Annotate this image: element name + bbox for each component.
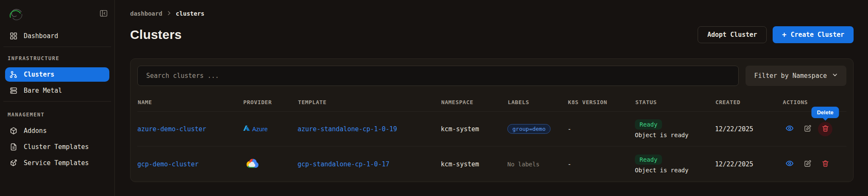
bare-metal-icon bbox=[9, 86, 18, 95]
status-badge: Ready bbox=[635, 155, 662, 165]
namespace-value: kcm-system bbox=[441, 125, 507, 133]
plus-icon: + bbox=[782, 30, 786, 39]
cluster-name-link[interactable]: azure-demo-cluster bbox=[137, 125, 206, 133]
k8s-version-value: - bbox=[568, 160, 635, 168]
column-header-actions: ACTIONS bbox=[782, 99, 846, 105]
column-header-name: NAME bbox=[137, 99, 243, 105]
eye-icon bbox=[785, 124, 794, 134]
labels-empty-text: No labels bbox=[507, 161, 568, 168]
breadcrumb-item-dashboard[interactable]: dashboard bbox=[130, 10, 162, 17]
column-header-provider: PROVIDER bbox=[243, 99, 298, 105]
chevron-down-icon bbox=[832, 72, 838, 80]
create-cluster-button[interactable]: + Create Cluster bbox=[773, 26, 854, 43]
cluster-templates-icon bbox=[9, 143, 18, 151]
dashboard-icon bbox=[9, 32, 18, 40]
column-header-created: CREATED bbox=[715, 99, 782, 105]
sidebar-item-bare-metal[interactable]: Bare Metal bbox=[5, 83, 109, 98]
edit-button[interactable] bbox=[800, 157, 815, 171]
sidebar-section-management: MANAGEMENT bbox=[8, 112, 107, 118]
sidebar-divider bbox=[3, 101, 111, 102]
cluster-name-link[interactable]: gcp-demo-cluster bbox=[137, 160, 199, 168]
addons-icon bbox=[9, 127, 18, 135]
delete-button[interactable] bbox=[818, 157, 832, 171]
table-row: gcp-demo-cluster bbox=[137, 146, 846, 182]
sidebar-nav: Dashboard INFRASTRUCTURE Clusters bbox=[5, 29, 109, 170]
sidebar-item-label: Service Templates bbox=[24, 159, 89, 167]
breadcrumb: dashboard clusters bbox=[130, 10, 854, 17]
azure-icon bbox=[243, 125, 250, 133]
edit-button[interactable] bbox=[800, 122, 815, 136]
column-header-namespace: NAMESPACE bbox=[441, 99, 507, 105]
sidebar-item-cluster-templates[interactable]: Cluster Templates bbox=[5, 140, 109, 154]
sidebar-item-label: Addons bbox=[24, 127, 47, 135]
view-button[interactable] bbox=[782, 157, 797, 171]
sidebar-collapse-button[interactable] bbox=[99, 8, 108, 19]
create-cluster-label: Create Cluster bbox=[791, 31, 844, 39]
sidebar-item-label: Cluster Templates bbox=[24, 143, 89, 151]
status-detail: Object is ready bbox=[635, 132, 711, 138]
k8s-version-value: - bbox=[568, 125, 635, 133]
gcp-icon bbox=[243, 156, 260, 172]
sidebar-item-label: Clusters bbox=[24, 71, 54, 78]
table-header-row: NAME PROVIDER TEMPLATE NAMESPACE LABELS … bbox=[137, 93, 846, 111]
sidebar-item-dashboard[interactable]: Dashboard bbox=[5, 29, 109, 43]
delete-tooltip: Delete bbox=[811, 107, 839, 118]
adopt-cluster-button[interactable]: Adopt Cluster bbox=[698, 26, 767, 43]
label-badge: group=demo bbox=[507, 124, 551, 134]
panel-collapse-icon bbox=[100, 12, 108, 19]
chevron-right-icon bbox=[167, 10, 172, 17]
clusters-icon bbox=[9, 70, 18, 79]
created-date: 12/22/2025 bbox=[715, 160, 782, 168]
sidebar-item-label: Bare Metal bbox=[24, 87, 62, 94]
namespace-value: kcm-system bbox=[441, 160, 507, 168]
view-button[interactable] bbox=[782, 122, 797, 136]
template-link[interactable]: gcp-standalone-cp-1-0-17 bbox=[298, 160, 389, 168]
sidebar-item-clusters[interactable]: Clusters bbox=[5, 67, 109, 82]
search-input[interactable] bbox=[137, 66, 739, 86]
sidebar-item-label: Dashboard bbox=[24, 32, 58, 40]
edit-icon bbox=[804, 160, 812, 169]
breadcrumb-item-clusters[interactable]: clusters bbox=[176, 10, 204, 17]
created-date: 12/22/2025 bbox=[715, 125, 782, 133]
trash-icon bbox=[821, 160, 829, 169]
namespace-filter-label: Filter by Namespace bbox=[754, 72, 827, 80]
column-header-k8s-version: K8S VERSION bbox=[568, 99, 635, 105]
sidebar-divider bbox=[3, 47, 111, 47]
k0rdent-swirl-logo bbox=[6, 6, 26, 26]
row-actions: Delete bbox=[782, 122, 846, 136]
sidebar: Dashboard INFRASTRUCTURE Clusters bbox=[0, 0, 115, 196]
sidebar-section-infrastructure: INFRASTRUCTURE bbox=[8, 55, 107, 61]
clusters-card: Filter by Namespace NAME PROVIDER TEMPLA… bbox=[130, 58, 854, 182]
main-content: dashboard clusters Clusters Adopt Cluste… bbox=[115, 0, 868, 196]
service-templates-icon bbox=[9, 159, 18, 167]
status-badge: Ready bbox=[635, 119, 662, 130]
status-detail: Object is ready bbox=[635, 167, 711, 174]
sidebar-item-addons[interactable]: Addons bbox=[5, 124, 109, 138]
table-row: azure-demo-cluster Azure azure-standalon… bbox=[137, 111, 846, 146]
column-header-template: TEMPLATE bbox=[298, 99, 441, 105]
page-title: Clusters bbox=[130, 28, 182, 42]
eye-icon bbox=[785, 159, 794, 169]
clusters-table: NAME PROVIDER TEMPLATE NAMESPACE LABELS … bbox=[137, 93, 846, 182]
edit-icon bbox=[804, 124, 812, 134]
template-link[interactable]: azure-standalone-cp-1-0-19 bbox=[298, 125, 397, 133]
column-header-status: STATUS bbox=[635, 99, 715, 105]
sidebar-item-service-templates[interactable]: Service Templates bbox=[5, 156, 109, 170]
trash-icon bbox=[821, 124, 829, 134]
provider-label: Azure bbox=[252, 126, 268, 133]
column-header-labels: LABELS bbox=[507, 99, 568, 105]
row-actions bbox=[782, 157, 846, 171]
namespace-filter-dropdown[interactable]: Filter by Namespace bbox=[746, 66, 846, 86]
delete-button[interactable]: Delete bbox=[818, 122, 832, 136]
